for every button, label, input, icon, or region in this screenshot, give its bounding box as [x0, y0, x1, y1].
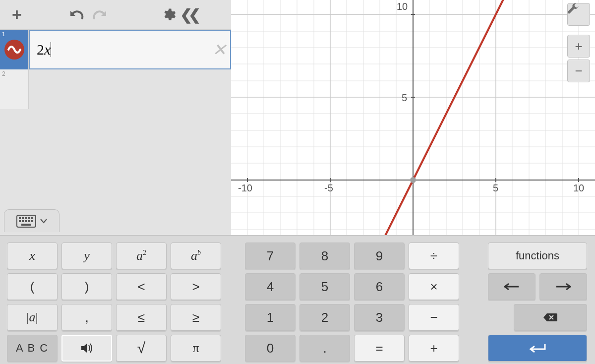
key-a-squared[interactable]: a2 [116, 243, 167, 269]
key-gte[interactable]: ≥ [171, 304, 221, 331]
expression-index: 2 [2, 70, 5, 77]
svg-rect-3 [25, 217, 27, 219]
expression-sidebar: + ❮❮ 1 2x ✕ [0, 0, 231, 235]
key-open-paren[interactable]: ( [7, 273, 58, 300]
key-cursor-right[interactable] [539, 273, 587, 300]
axis-label-y5: 5 [402, 92, 407, 104]
key-comma[interactable]: , [61, 304, 112, 331]
key-y[interactable]: y [61, 243, 112, 269]
arrow-left-icon [504, 283, 520, 290]
key-7[interactable]: 7 [245, 243, 296, 269]
backspace-icon [543, 312, 558, 322]
key-abs[interactable]: |a| [7, 304, 58, 331]
expression-index: 1 [2, 31, 5, 38]
key-a-power-b[interactable]: ab [171, 243, 221, 269]
wrench-icon [567, 3, 579, 15]
axis-label-y10: 10 [397, 1, 408, 12]
axis-label-xneg10: -10 [238, 182, 252, 194]
key-functions[interactable]: functions [488, 243, 587, 269]
key-lte[interactable]: ≤ [116, 304, 167, 331]
key-minus[interactable]: − [409, 304, 459, 331]
zoom-in-button[interactable]: + [567, 35, 590, 58]
axis-label-x10: 10 [573, 182, 584, 194]
svg-rect-1 [19, 217, 21, 219]
key-equals[interactable]: = [354, 335, 405, 362]
key-2[interactable]: 2 [299, 304, 350, 331]
svg-rect-2 [22, 217, 24, 219]
key-6[interactable]: 6 [354, 273, 405, 300]
key-dot[interactable]: . [299, 335, 350, 362]
expression-row-1[interactable]: 1 2x ✕ [0, 30, 231, 69]
key-enter[interactable] [488, 335, 587, 362]
svg-line-54 [371, 0, 504, 235]
expression-input-1[interactable]: 2x ✕ [29, 30, 231, 69]
delete-expression-button[interactable]: ✕ [212, 40, 226, 60]
zoom-out-button[interactable]: − [567, 60, 590, 82]
arrow-right-icon [555, 283, 571, 290]
key-audio[interactable] [61, 335, 112, 362]
speaker-icon [80, 343, 93, 354]
settings-button[interactable] [159, 5, 178, 25]
svg-rect-5 [31, 217, 33, 219]
redo-button[interactable] [89, 5, 109, 25]
key-multiply[interactable]: × [409, 273, 459, 300]
key-backspace[interactable] [514, 304, 587, 331]
key-3[interactable]: 3 [354, 304, 405, 331]
collapse-sidebar-button[interactable]: ❮❮ [178, 5, 198, 25]
key-pi[interactable]: π [171, 335, 221, 362]
axis-label-xneg5: -5 [324, 182, 333, 194]
svg-rect-6 [19, 220, 21, 222]
toolbar: + ❮❮ [0, 0, 231, 30]
add-expression-button[interactable]: + [7, 5, 27, 25]
key-plus[interactable]: + [409, 335, 459, 362]
enter-icon [528, 343, 547, 354]
graph-settings-button[interactable] [567, 3, 590, 26]
key-abc[interactable]: A B C [7, 335, 58, 362]
svg-rect-4 [28, 217, 30, 219]
key-8[interactable]: 8 [299, 243, 350, 269]
svg-rect-9 [28, 220, 30, 222]
key-5[interactable]: 5 [299, 273, 350, 300]
expression-color-badge[interactable] [4, 40, 24, 60]
svg-rect-11 [21, 224, 31, 226]
gear-icon [161, 7, 176, 22]
key-sqrt[interactable]: √ [116, 335, 167, 362]
undo-button[interactable] [67, 5, 87, 25]
key-9[interactable]: 9 [354, 243, 405, 269]
key-greater-than[interactable]: > [171, 273, 221, 300]
keypad: x y a2 ab ( ) < > |a| , ≤ ≥ A B C √ π 7 … [0, 235, 595, 364]
keyboard-toggle-button[interactable] [4, 209, 60, 232]
redo-icon [91, 8, 108, 21]
svg-rect-7 [22, 220, 24, 222]
key-x[interactable]: x [7, 243, 58, 269]
key-cursor-left[interactable] [488, 273, 536, 300]
key-less-than[interactable]: < [116, 273, 167, 300]
expression-input-2[interactable]: ✕ [29, 69, 231, 109]
key-0[interactable]: 0 [245, 335, 296, 362]
axis-label-x5: 5 [493, 182, 498, 194]
wave-icon [7, 42, 22, 57]
key-divide[interactable]: ÷ [409, 243, 459, 269]
chevron-down-icon [40, 219, 47, 224]
graph-area[interactable]: -10 -5 5 10 5 10 + − [231, 0, 595, 235]
expression-row-2[interactable]: 2 ✕ [0, 69, 231, 109]
key-4[interactable]: 4 [245, 273, 296, 300]
svg-rect-8 [25, 220, 27, 222]
svg-rect-10 [31, 220, 33, 222]
undo-icon [69, 8, 86, 21]
key-close-paren[interactable]: ) [61, 273, 112, 300]
svg-point-55 [410, 177, 416, 183]
key-1[interactable]: 1 [245, 304, 296, 331]
keyboard-icon [16, 215, 36, 228]
